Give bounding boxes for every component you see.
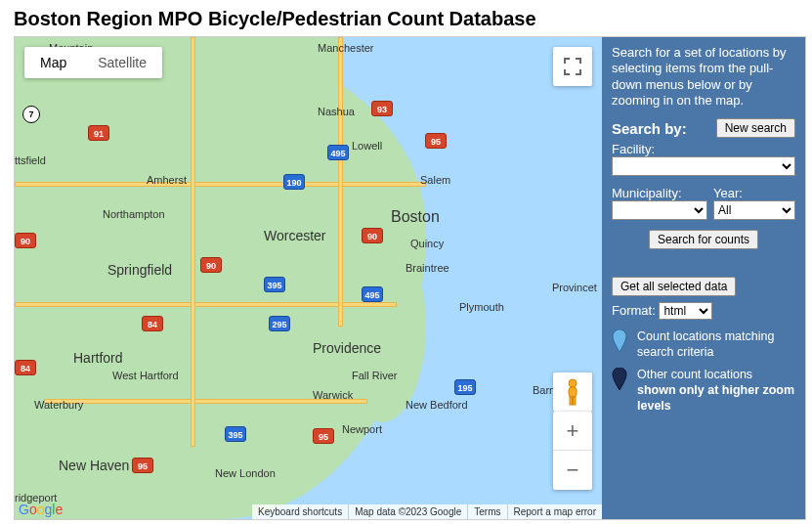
terms-link[interactable]: Terms	[467, 504, 506, 519]
get-all-data-button[interactable]: Get all selected data	[612, 277, 736, 296]
route-shield: 295	[269, 316, 290, 331]
page-title: Boston Region MPO Bicycle/Pedestrian Cou…	[0, 0, 812, 36]
fullscreen-icon	[564, 58, 581, 75]
legend-other-text: Other count locations shown only at high…	[637, 368, 795, 414]
city-label: ttsfield	[15, 154, 46, 166]
route-shield: 495	[362, 286, 383, 302]
route-shield: 84	[142, 316, 163, 331]
zoom-in-button[interactable]: +	[553, 412, 592, 451]
legend: Count locations matching search criteria…	[612, 329, 795, 414]
zoom-control: + −	[553, 412, 592, 490]
city-label: Waterbury	[34, 399, 83, 411]
map-canvas[interactable]: Mountain Manchester Nashua Lowell Salem …	[15, 37, 602, 519]
city-label: Northampton	[103, 208, 165, 220]
app-container: Mountain Manchester Nashua Lowell Salem …	[14, 36, 806, 520]
route-shield: 95	[132, 458, 153, 473]
zoom-out-button[interactable]: −	[553, 451, 592, 490]
format-select[interactable]: html	[659, 302, 712, 320]
city-label: Salem	[420, 174, 450, 186]
route-shield: 95	[313, 428, 334, 444]
map-footer: Keyboard shortcuts Map data ©2023 Google…	[15, 504, 602, 519]
city-label: Nashua	[318, 106, 355, 117]
route-shield: 90	[362, 228, 383, 243]
city-label: Springfield	[107, 262, 172, 278]
route-shield: 190	[283, 174, 305, 190]
city-label: Provincet	[552, 282, 597, 293]
route-shield: 95	[425, 133, 447, 149]
pegman-icon	[563, 378, 582, 406]
city-label: Providence	[313, 340, 381, 356]
route-shield: 7	[22, 106, 40, 123]
route-shield: 195	[454, 379, 476, 395]
city-label: Amherst	[147, 174, 187, 186]
city-label: Quincy	[410, 238, 444, 249]
route-shield: 84	[15, 360, 36, 375]
search-counts-button[interactable]: Search for counts	[649, 230, 758, 249]
map-tab-map[interactable]: Map	[24, 47, 82, 78]
city-label: New London	[215, 467, 276, 479]
city-label: Newport	[342, 423, 382, 435]
road	[15, 182, 426, 187]
search-header: Search by: New search	[612, 118, 795, 138]
year-label: Year:	[713, 186, 795, 200]
route-shield: 90	[200, 257, 222, 273]
pin-icon	[612, 368, 627, 391]
city-label: Braintree	[406, 262, 449, 274]
city-label: New Bedford	[406, 399, 468, 411]
map-type-control: Map Satellite	[24, 47, 162, 78]
route-shield: 93	[371, 101, 393, 116]
svg-point-0	[569, 379, 577, 387]
keyboard-shortcuts-link[interactable]: Keyboard shortcuts	[252, 504, 348, 519]
municipality-label: Municipality:	[612, 186, 707, 200]
year-select[interactable]: All	[713, 200, 795, 220]
svg-rect-1	[569, 387, 577, 397]
route-shield: 395	[225, 426, 246, 442]
route-shield: 495	[327, 145, 349, 160]
legend-pin-match	[612, 329, 627, 360]
search-sidebar: Search for a set of locations by selecti…	[602, 37, 805, 519]
facility-label: Facility:	[612, 142, 795, 156]
route-shield: 90	[15, 233, 36, 248]
map-data-attribution: Map data ©2023 Google	[348, 504, 467, 519]
format-label: Format:	[612, 303, 656, 318]
svg-rect-2	[570, 397, 573, 405]
city-label: Boston	[391, 208, 440, 226]
facility-select[interactable]	[612, 156, 795, 176]
legend-match-text: Count locations matching search criteria	[637, 329, 795, 360]
map-tab-satellite[interactable]: Satellite	[82, 47, 162, 78]
route-shield: 91	[88, 125, 109, 141]
municipality-select[interactable]	[612, 200, 707, 220]
city-label: Worcester	[264, 228, 326, 243]
new-search-button[interactable]: New search	[716, 118, 795, 138]
city-label: Lowell	[352, 140, 382, 152]
road	[338, 37, 343, 327]
search-by-label: Search by:	[612, 120, 687, 137]
city-label: Fall River	[352, 370, 397, 381]
legend-pin-other	[612, 368, 627, 414]
fullscreen-button[interactable]	[553, 47, 592, 86]
city-label: Plymouth	[459, 301, 504, 313]
svg-rect-3	[574, 397, 577, 405]
road	[191, 37, 195, 447]
report-error-link[interactable]: Report a map error	[507, 504, 602, 519]
city-label: Warwick	[313, 389, 353, 401]
city-label: Manchester	[318, 42, 373, 54]
streetview-pegman[interactable]	[553, 372, 592, 412]
city-label: West Hartford	[112, 370, 179, 381]
route-shield: 395	[264, 277, 285, 292]
intro-text: Search for a set of locations by selecti…	[612, 45, 795, 109]
city-label: New Haven	[59, 458, 129, 473]
pin-icon	[612, 329, 627, 353]
city-label: Hartford	[73, 350, 123, 366]
